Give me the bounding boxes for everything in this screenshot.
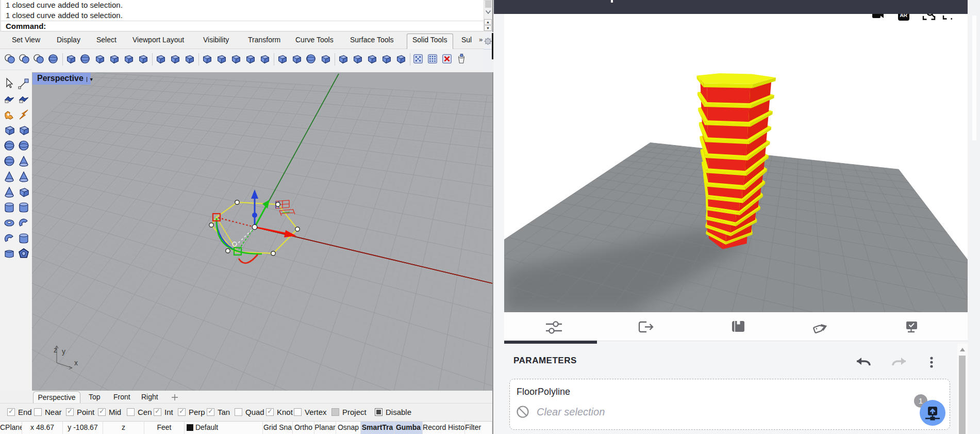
svg-text:y: y xyxy=(62,347,65,356)
svg-text:x: x xyxy=(74,359,78,367)
svg-text:z: z xyxy=(54,346,57,354)
